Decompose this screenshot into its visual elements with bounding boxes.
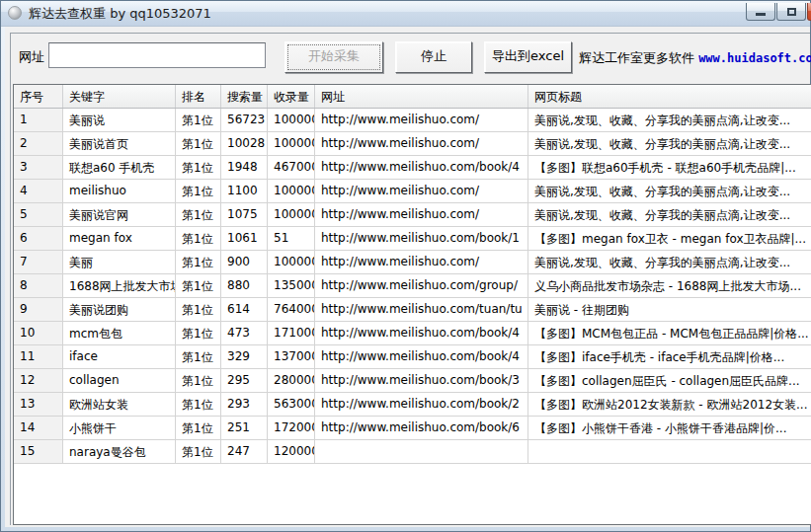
table-cell: 第1位 — [176, 369, 221, 392]
results-table-header: 序号关键字排名搜索量收录量网址网页标题 — [14, 85, 811, 109]
table-cell: 10028 — [221, 132, 268, 155]
table-cell: 247 — [221, 440, 268, 463]
table-cell: 137000 — [268, 345, 315, 368]
table-row[interactable]: 2美丽说首页第1位10028100000http://www.meilishuo… — [14, 132, 811, 156]
results-grid: 序号关键字排名搜索量收录量网址网页标题 1美丽说第1位56723100000ht… — [13, 84, 811, 525]
table-cell: 1061 — [221, 227, 268, 250]
table-cell: 900 — [221, 251, 268, 273]
table-cell: 美丽说,发现、收藏、分享我的美丽点滴,让改变... — [528, 109, 811, 131]
table-cell: 第1位 — [176, 393, 221, 416]
table-row[interactable]: 5美丽说官网第1位1075100000http://www.meilishuo.… — [14, 203, 811, 227]
table-cell: 第1位 — [176, 132, 221, 155]
table-cell: 100000 — [268, 132, 315, 155]
table-cell: 第1位 — [176, 298, 221, 321]
stop-button[interactable]: 停止 — [395, 41, 472, 73]
column-header[interactable]: 排名 — [176, 85, 221, 108]
table-cell: 51 — [268, 227, 315, 250]
table-cell: 9 — [14, 298, 63, 321]
table-cell: 563000 — [268, 393, 315, 416]
table-cell: http://www.meilishuo.com/book/3 — [315, 369, 528, 392]
promo-label: 辉达工作室更多软件 www.huidasoft.com — [579, 49, 811, 67]
column-header[interactable]: 网页标题 — [528, 85, 811, 108]
table-cell: 第1位 — [176, 227, 221, 250]
table-cell: 第1位 — [176, 203, 221, 226]
table-cell: iface — [63, 345, 176, 368]
table-cell: 小熊饼干 — [63, 417, 176, 439]
table-row[interactable]: 9美丽说团购第1位614764000http://www.meilishuo.c… — [14, 298, 811, 322]
table-cell: http://www.meilishuo.com/book/6 — [315, 417, 528, 439]
table-cell: 联想a60 手机壳 — [63, 156, 176, 179]
table-row[interactable]: 10mcm包包第1位473171000http://www.meilishuo.… — [14, 322, 811, 345]
column-header[interactable]: 收录量 — [268, 85, 315, 108]
table-cell: 13 — [14, 393, 63, 416]
table-cell: 295 — [221, 369, 268, 392]
table-cell: 467000 — [268, 156, 315, 179]
table-row[interactable]: 7美丽第1位900100000http://www.meilishuo.com/… — [14, 251, 811, 274]
table-cell: 1688网上批发大市场 — [63, 274, 176, 297]
url-label: 网址 — [19, 48, 44, 66]
maximize-icon — [787, 8, 796, 16]
table-cell: 1100 — [221, 180, 268, 202]
table-cell: http://www.meilishuo.com/group/ — [315, 274, 528, 297]
table-cell: 3 — [14, 156, 63, 179]
promo-url-link[interactable]: www.huidasoft.com — [698, 51, 811, 65]
table-cell: 第1位 — [176, 180, 221, 202]
results-table-body: 1美丽说第1位56723100000http://www.meilishuo.c… — [14, 109, 811, 464]
table-cell: 293 — [221, 393, 268, 416]
table-cell: 14 — [14, 417, 63, 439]
table-cell: 280000 — [268, 369, 315, 392]
table-cell: 美丽说,发现、收藏、分享我的美丽点滴,让改变... — [528, 251, 811, 273]
table-row[interactable]: 12collagen第1位295280000http://www.meilish… — [14, 369, 811, 393]
table-cell: 1 — [14, 109, 63, 131]
table-cell: 2 — [14, 132, 63, 155]
table-cell: 12 — [14, 369, 63, 392]
table-row[interactable]: 13欧洲站女装第1位293563000http://www.meilishuo.… — [14, 393, 811, 417]
table-cell: 5 — [14, 203, 63, 226]
table-cell: 764000 — [268, 298, 315, 321]
table-cell: 100000 — [268, 180, 315, 202]
table-row[interactable]: 6megan fox第1位106151http://www.meilishuo.… — [14, 227, 811, 251]
table-cell — [315, 440, 528, 463]
column-header[interactable]: 搜索量 — [221, 85, 268, 108]
table-cell: 【多图】联想a60手机壳 - 联想a60手机壳品牌|... — [528, 156, 811, 179]
table-cell: http://www.meilishuo.com/tuan/tu — [315, 298, 528, 321]
maximize-button[interactable] — [776, 3, 806, 21]
table-cell: http://www.meilishuo.com/ — [315, 180, 528, 202]
table-row[interactable]: 11iface第1位329137000http://www.meilishuo.… — [14, 345, 811, 369]
table-row[interactable]: 4meilishuo第1位1100100000http://www.meilis… — [14, 180, 811, 203]
close-button[interactable]: ✕ — [807, 3, 811, 21]
table-cell: 第1位 — [176, 274, 221, 297]
app-icon — [8, 6, 22, 20]
table-row[interactable]: 1美丽说第1位56723100000http://www.meilishuo.c… — [14, 109, 811, 132]
table-cell: 【多图】iface手机壳 - iface手机壳品牌|价格... — [528, 345, 811, 368]
start-collect-button[interactable]: 开始采集 — [284, 41, 383, 73]
table-cell: megan fox — [63, 227, 176, 250]
table-cell: 第1位 — [176, 345, 221, 368]
column-header[interactable]: 关键字 — [63, 85, 176, 108]
table-cell: 美丽说,发现、收藏、分享我的美丽点滴,让改变... — [528, 180, 811, 202]
window-title: 辉达去查权重 by qq10532071 — [29, 5, 211, 23]
column-header[interactable]: 序号 — [14, 85, 63, 108]
table-cell: 473 — [221, 322, 268, 344]
table-cell: 美丽说 - 往期团购 — [528, 298, 811, 321]
table-cell: 56723 — [221, 109, 268, 131]
minimize-button[interactable] — [746, 3, 775, 21]
column-header[interactable]: 网址 — [315, 85, 528, 108]
table-cell: 美丽 — [63, 251, 176, 273]
table-cell: 171000 — [268, 322, 315, 344]
table-cell: 10 — [14, 322, 63, 344]
table-cell: 1948 — [221, 156, 268, 179]
table-cell: 172000 — [268, 417, 315, 439]
table-cell: 美丽说,发现、收藏、分享我的美丽点滴,让改变... — [528, 203, 811, 226]
table-cell: http://www.meilishuo.com/book/4 — [315, 345, 528, 368]
table-cell: 【多图】欧洲站2012女装新款 - 欧洲站2012女装... — [528, 393, 811, 416]
table-cell: 第1位 — [176, 109, 221, 131]
url-input[interactable] — [48, 42, 266, 68]
export-excel-button[interactable]: 导出到excel — [484, 41, 572, 73]
table-row[interactable]: 3联想a60 手机壳第1位1948467000http://www.meilis… — [14, 156, 811, 180]
titlebar[interactable]: 辉达去查权重 by qq10532071 ✕ — [1, 1, 810, 27]
table-row[interactable]: 81688网上批发大市场第1位880135000http://www.meili… — [14, 274, 811, 298]
table-cell: http://www.meilishuo.com/ — [315, 132, 528, 155]
table-row[interactable]: 14小熊饼干第1位251172000http://www.meilishuo.c… — [14, 417, 811, 440]
table-row[interactable]: 15naraya曼谷包第1位247120000 — [14, 440, 811, 464]
